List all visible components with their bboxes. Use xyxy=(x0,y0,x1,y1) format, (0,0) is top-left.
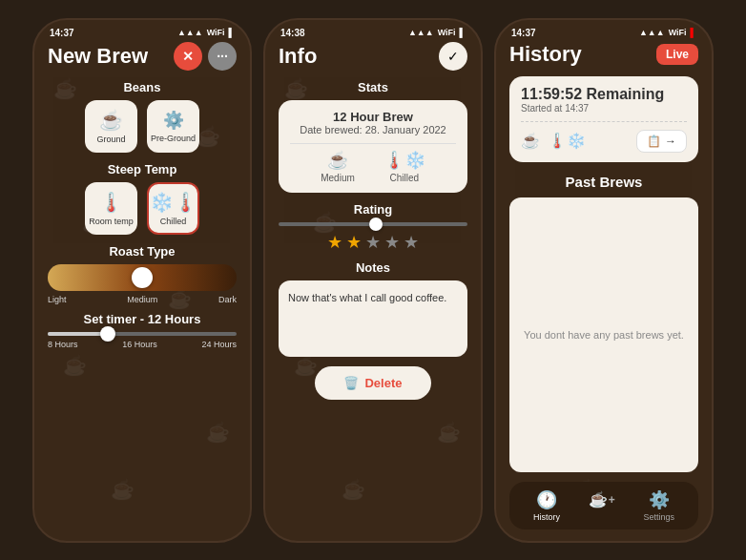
trash-icon: 🗑️ xyxy=(343,376,359,390)
check-button[interactable]: ✓ xyxy=(439,42,467,71)
signal-icon-2: ▲▲▲ xyxy=(408,28,434,37)
room-temp-label: Room temp xyxy=(89,217,134,226)
dark-label: Dark xyxy=(218,295,237,304)
tab-add[interactable]: ☕+ xyxy=(589,490,615,520)
list-icon: 📋 xyxy=(647,135,661,148)
wifi-icon-3: WiFi xyxy=(669,28,687,37)
notes-box[interactable]: Now that's what I call good coffee. xyxy=(279,280,467,357)
star-2[interactable]: ★ xyxy=(346,232,362,253)
add-coffee-icon: ☕+ xyxy=(589,490,615,508)
pre-ground-option[interactable]: ⚙️ Pre-Ground xyxy=(147,100,199,153)
roast-labels: Light Medium Dark xyxy=(48,295,237,304)
settings-icon: ⚙️ xyxy=(649,489,670,510)
brew-detail-button[interactable]: 📋 → xyxy=(636,130,687,153)
timer-slider[interactable] xyxy=(48,332,237,336)
chilled-option[interactable]: ❄️🌡️ Chilled xyxy=(147,182,199,235)
star-3[interactable]: ★ xyxy=(365,232,381,253)
medium-label: Medium xyxy=(127,295,157,304)
brew-name: 12 Hour Brew xyxy=(290,110,456,124)
delete-label: Delete xyxy=(364,376,402,390)
brew-started: Started at 14:37 xyxy=(521,103,687,114)
phone-history: ☕ ☕ ☕ ☕ ☕ ☕ ☕ 14:37 ▲▲▲ WiFi ▌ History L… xyxy=(494,18,714,543)
stars[interactable]: ★ ★ ★ ★ ★ xyxy=(279,232,467,253)
live-badge: Live xyxy=(656,44,698,65)
tab-history[interactable]: 🕐 History xyxy=(533,489,560,522)
ground-label: Ground xyxy=(96,135,125,144)
battery-icon-2: ▌ xyxy=(460,28,466,37)
chilled-icon: 🌡️❄️ xyxy=(383,150,425,171)
timer-label: Set timer - 12 Hours xyxy=(48,312,237,326)
rating-thumb xyxy=(369,218,383,231)
medium-label: Medium xyxy=(321,173,355,183)
battery-icon-3: ▌ xyxy=(691,28,696,37)
history-tab-label: History xyxy=(533,512,560,522)
brew-actions: ☕ 🌡️❄️ 📋 → xyxy=(521,121,687,153)
star-4[interactable]: ★ xyxy=(384,232,400,253)
star-5[interactable]: ★ xyxy=(404,232,419,253)
new-brew-header: New Brew ✕ ··· xyxy=(48,42,237,71)
status-bar-3: 14:37 ▲▲▲ WiFi ▌ xyxy=(496,20,712,42)
brew-date: Date brewed: 28. January 2022 xyxy=(290,124,456,135)
timer-thumb xyxy=(100,326,115,342)
coffee-icon: ☕ xyxy=(521,132,540,150)
info-title: Info xyxy=(279,44,317,69)
phone-info: ☕ ☕ ☕ ☕ ☕ ☕ ☕ 14:38 ▲▲▲ WiFi ▌ Info ✓ St… xyxy=(263,18,483,543)
settings-tab-label: Settings xyxy=(644,512,675,522)
battery-icon: ▌ xyxy=(229,28,235,37)
rating-slider[interactable] xyxy=(279,222,467,226)
ground-option[interactable]: ☕ Ground xyxy=(85,100,137,153)
star-1[interactable]: ★ xyxy=(327,232,342,253)
wifi-icon-2: WiFi xyxy=(438,28,456,37)
signal-icon: ▲▲▲ xyxy=(177,28,203,37)
tab-bar: 🕐 History ☕+ ⚙️ Settings xyxy=(509,482,698,529)
rating-section: Rating ★ ★ ★ ★ ★ xyxy=(279,202,467,253)
room-temp-option[interactable]: 🌡️ Room temp xyxy=(85,182,137,235)
no-brews-text: You dont have any past brews yet. xyxy=(524,329,684,341)
coffee-medium-icon: ☕ xyxy=(327,150,348,171)
active-brew-card: 11:59:52 Remaining Started at 14:37 ☕ 🌡️… xyxy=(509,76,698,162)
rating-label: Rating xyxy=(279,202,467,217)
roast-slider[interactable] xyxy=(48,264,237,291)
more-button[interactable]: ··· xyxy=(208,42,237,71)
roast-label: Roast Type xyxy=(48,244,237,259)
close-button[interactable]: ✕ xyxy=(174,42,202,71)
chilled-label: Chilled xyxy=(160,217,187,226)
temp-options: 🌡️ Room temp ❄️🌡️ Chilled xyxy=(48,182,237,235)
status-icons-2: ▲▲▲ WiFi ▌ xyxy=(408,28,466,37)
24h-label: 24 Hours xyxy=(201,340,237,349)
status-icons: ▲▲▲ WiFi ▌ xyxy=(177,28,235,37)
status-bar: 14:37 ▲▲▲ WiFi ▌ xyxy=(34,20,250,42)
notes-section: Notes Now that's what I call good coffee… xyxy=(279,260,467,357)
info-header: Info ✓ xyxy=(279,42,467,71)
past-brews-label: Past Brews xyxy=(509,174,698,190)
time: 14:37 xyxy=(50,28,74,38)
brew-properties: ☕ Medium 🌡️❄️ Chilled xyxy=(290,143,456,183)
delete-button[interactable]: 🗑️ Delete xyxy=(315,366,430,400)
phone-new-brew: ☕ ☕ ☕ ☕ ☕ ☕ ☕ 14:37 ▲▲▲ WiFi ▌ New Brew … xyxy=(32,18,252,543)
roast-thumb xyxy=(132,267,153,288)
history-title: History xyxy=(509,42,582,67)
snowflake-icon: ❄️🌡️ xyxy=(150,191,197,214)
arrow-icon: → xyxy=(665,135,676,148)
time-3: 14:37 xyxy=(511,28,536,38)
signal-icon-3: ▲▲▲ xyxy=(639,28,665,37)
chilled-label: Chilled xyxy=(389,173,419,183)
timer-labels: 8 Hours 16 Hours 24 Hours xyxy=(48,340,237,349)
status-icons-3: ▲▲▲ WiFi ▌ xyxy=(639,28,696,37)
history-header: History Live xyxy=(509,42,698,67)
past-brews-card: You dont have any past brews yet. xyxy=(509,197,698,472)
brew-time: 11:59:52 Remaining xyxy=(521,86,687,103)
header-buttons: ✕ ··· xyxy=(174,42,237,71)
brew-medium-prop: ☕ Medium xyxy=(321,150,355,183)
thermometer-icon: 🌡️ xyxy=(99,191,123,214)
time-2: 14:38 xyxy=(280,28,305,38)
temp-action-icon: 🌡️❄️ xyxy=(548,132,586,150)
pre-ground-icon: ⚙️ xyxy=(163,110,184,131)
pre-ground-label: Pre-Ground xyxy=(151,134,196,143)
screen-history: History Live 11:59:52 Remaining Started … xyxy=(496,42,712,541)
stats-label: Stats xyxy=(279,80,467,94)
screen-info: Info ✓ Stats 12 Hour Brew Date brewed: 2… xyxy=(265,42,481,541)
tab-settings[interactable]: ⚙️ Settings xyxy=(644,489,675,522)
brew-info-card: 12 Hour Brew Date brewed: 28. January 20… xyxy=(279,100,467,193)
timer-fill xyxy=(48,332,104,336)
